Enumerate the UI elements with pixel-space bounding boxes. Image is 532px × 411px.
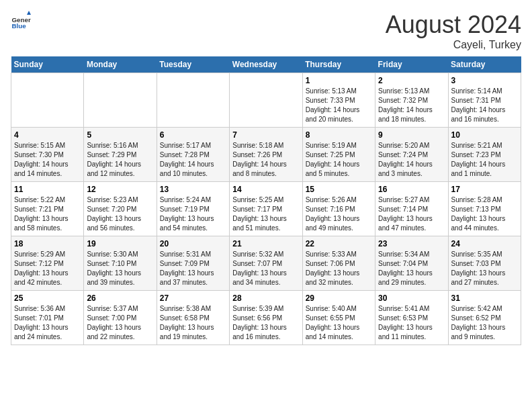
day-info: Sunrise: 5:39 AM Sunset: 6:56 PM Dayligh… [232, 304, 299, 342]
day-info: Sunrise: 5:42 AM Sunset: 6:52 PM Dayligh… [451, 304, 518, 342]
day-info: Sunrise: 5:16 AM Sunset: 7:29 PM Dayligh… [87, 141, 153, 179]
day-info: Sunrise: 5:34 AM Sunset: 7:04 PM Dayligh… [378, 250, 445, 287]
day-number: 10 [451, 130, 518, 140]
calendar-day-cell: 11Sunrise: 5:22 AM Sunset: 7:21 PM Dayli… [11, 182, 84, 236]
calendar-day-cell: 30Sunrise: 5:41 AM Sunset: 6:53 PM Dayli… [375, 291, 448, 345]
day-info: Sunrise: 5:40 AM Sunset: 6:55 PM Dayligh… [306, 304, 372, 342]
day-info: Sunrise: 5:32 AM Sunset: 7:07 PM Dayligh… [232, 250, 299, 287]
day-number: 20 [160, 239, 226, 248]
day-number: 22 [306, 239, 372, 248]
svg-text:Blue: Blue [12, 22, 27, 30]
day-info: Sunrise: 5:33 AM Sunset: 7:06 PM Dayligh… [306, 250, 372, 287]
day-info: Sunrise: 5:30 AM Sunset: 7:10 PM Dayligh… [87, 250, 153, 287]
calendar-day-cell: 7Sunrise: 5:18 AM Sunset: 7:26 PM Daylig… [230, 128, 302, 182]
day-number: 17 [451, 185, 518, 194]
day-info: Sunrise: 5:13 AM Sunset: 7:33 PM Dayligh… [306, 87, 372, 124]
day-info: Sunrise: 5:31 AM Sunset: 7:09 PM Dayligh… [160, 250, 226, 287]
weekday-header-tuesday: Tuesday [157, 56, 229, 73]
day-info: Sunrise: 5:15 AM Sunset: 7:30 PM Dayligh… [14, 141, 81, 179]
day-number: 13 [160, 185, 226, 194]
weekday-header-sunday: Sunday [11, 56, 84, 73]
day-number: 12 [87, 185, 153, 194]
day-info: Sunrise: 5:21 AM Sunset: 7:23 PM Dayligh… [451, 141, 518, 179]
calendar-day-cell: 29Sunrise: 5:40 AM Sunset: 6:55 PM Dayli… [302, 291, 375, 345]
weekday-header-monday: Monday [84, 56, 157, 73]
day-number: 25 [14, 293, 81, 303]
page-header: General Blue August 2024 Cayeli, Turkey [11, 11, 521, 51]
calendar-day-cell: 8Sunrise: 5:19 AM Sunset: 7:25 PM Daylig… [302, 128, 375, 182]
calendar-day-cell: 6Sunrise: 5:17 AM Sunset: 7:28 PM Daylig… [157, 128, 229, 182]
day-info: Sunrise: 5:25 AM Sunset: 7:17 PM Dayligh… [232, 195, 299, 233]
month-year-title: August 2024 [386, 11, 521, 39]
calendar-day-cell: 26Sunrise: 5:37 AM Sunset: 7:00 PM Dayli… [84, 291, 157, 345]
calendar-week-5: 25Sunrise: 5:36 AM Sunset: 7:01 PM Dayli… [11, 291, 521, 345]
calendar-body: 1Sunrise: 5:13 AM Sunset: 7:33 PM Daylig… [11, 73, 521, 345]
day-info: Sunrise: 5:27 AM Sunset: 7:14 PM Dayligh… [378, 195, 445, 233]
day-number: 6 [160, 130, 226, 140]
calendar-day-cell: 9Sunrise: 5:20 AM Sunset: 7:24 PM Daylig… [375, 128, 448, 182]
day-info: Sunrise: 5:38 AM Sunset: 6:58 PM Dayligh… [160, 304, 226, 342]
day-number: 15 [306, 185, 372, 194]
calendar-day-cell: 16Sunrise: 5:27 AM Sunset: 7:14 PM Dayli… [375, 182, 448, 236]
day-number: 2 [378, 76, 445, 85]
calendar-day-cell: 17Sunrise: 5:28 AM Sunset: 7:13 PM Dayli… [448, 182, 521, 236]
calendar-day-cell: 13Sunrise: 5:24 AM Sunset: 7:19 PM Dayli… [157, 182, 229, 236]
calendar-day-cell: 1Sunrise: 5:13 AM Sunset: 7:33 PM Daylig… [302, 73, 375, 128]
day-number: 5 [87, 130, 153, 140]
calendar-day-cell [230, 73, 302, 128]
day-number: 1 [306, 76, 372, 85]
calendar-header: SundayMondayTuesdayWednesdayThursdayFrid… [11, 56, 521, 73]
calendar-week-3: 11Sunrise: 5:22 AM Sunset: 7:21 PM Dayli… [11, 182, 521, 236]
day-number: 31 [451, 293, 518, 303]
calendar-day-cell: 25Sunrise: 5:36 AM Sunset: 7:01 PM Dayli… [11, 291, 84, 345]
day-info: Sunrise: 5:28 AM Sunset: 7:13 PM Dayligh… [451, 195, 518, 233]
logo-icon: General Blue [11, 11, 31, 31]
calendar-table: SundayMondayTuesdayWednesdayThursdayFrid… [11, 56, 521, 345]
calendar-day-cell: 4Sunrise: 5:15 AM Sunset: 7:30 PM Daylig… [11, 128, 84, 182]
day-number: 19 [87, 239, 153, 248]
location-subtitle: Cayeli, Turkey [386, 39, 521, 51]
day-number: 21 [232, 239, 299, 248]
day-number: 11 [14, 185, 81, 194]
calendar-week-1: 1Sunrise: 5:13 AM Sunset: 7:33 PM Daylig… [11, 73, 521, 128]
weekday-header-thursday: Thursday [302, 56, 375, 73]
day-info: Sunrise: 5:18 AM Sunset: 7:26 PM Dayligh… [232, 141, 299, 179]
calendar-day-cell: 31Sunrise: 5:42 AM Sunset: 6:52 PM Dayli… [448, 291, 521, 345]
weekday-header-row: SundayMondayTuesdayWednesdayThursdayFrid… [11, 56, 521, 73]
calendar-day-cell: 27Sunrise: 5:38 AM Sunset: 6:58 PM Dayli… [157, 291, 229, 345]
weekday-header-wednesday: Wednesday [230, 56, 302, 73]
calendar-day-cell: 15Sunrise: 5:26 AM Sunset: 7:16 PM Dayli… [302, 182, 375, 236]
calendar-day-cell: 20Sunrise: 5:31 AM Sunset: 7:09 PM Dayli… [157, 236, 229, 291]
day-number: 14 [232, 185, 299, 194]
day-info: Sunrise: 5:37 AM Sunset: 7:00 PM Dayligh… [87, 304, 153, 342]
calendar-day-cell: 2Sunrise: 5:13 AM Sunset: 7:32 PM Daylig… [375, 73, 448, 128]
day-info: Sunrise: 5:35 AM Sunset: 7:03 PM Dayligh… [451, 250, 518, 287]
day-number: 27 [160, 293, 226, 303]
calendar-day-cell: 23Sunrise: 5:34 AM Sunset: 7:04 PM Dayli… [375, 236, 448, 291]
day-number: 7 [232, 130, 299, 140]
calendar-day-cell: 5Sunrise: 5:16 AM Sunset: 7:29 PM Daylig… [84, 128, 157, 182]
weekday-header-friday: Friday [375, 56, 448, 73]
calendar-day-cell [11, 73, 84, 128]
day-number: 16 [378, 185, 445, 194]
calendar-day-cell: 19Sunrise: 5:30 AM Sunset: 7:10 PM Dayli… [84, 236, 157, 291]
calendar-day-cell: 28Sunrise: 5:39 AM Sunset: 6:56 PM Dayli… [230, 291, 302, 345]
day-info: Sunrise: 5:14 AM Sunset: 7:31 PM Dayligh… [451, 87, 518, 124]
calendar-day-cell [84, 73, 157, 128]
day-info: Sunrise: 5:24 AM Sunset: 7:19 PM Dayligh… [160, 195, 226, 233]
day-info: Sunrise: 5:23 AM Sunset: 7:20 PM Dayligh… [87, 195, 153, 233]
day-info: Sunrise: 5:20 AM Sunset: 7:24 PM Dayligh… [378, 141, 445, 179]
calendar-day-cell: 3Sunrise: 5:14 AM Sunset: 7:31 PM Daylig… [448, 73, 521, 128]
day-number: 3 [451, 76, 518, 85]
day-number: 4 [14, 130, 81, 140]
calendar-day-cell: 18Sunrise: 5:29 AM Sunset: 7:12 PM Dayli… [11, 236, 84, 291]
day-number: 9 [378, 130, 445, 140]
calendar-day-cell: 14Sunrise: 5:25 AM Sunset: 7:17 PM Dayli… [230, 182, 302, 236]
day-info: Sunrise: 5:29 AM Sunset: 7:12 PM Dayligh… [14, 250, 81, 287]
day-number: 8 [306, 130, 372, 140]
calendar-week-2: 4Sunrise: 5:15 AM Sunset: 7:30 PM Daylig… [11, 128, 521, 182]
calendar-day-cell: 22Sunrise: 5:33 AM Sunset: 7:06 PM Dayli… [302, 236, 375, 291]
day-number: 23 [378, 239, 445, 248]
calendar-day-cell: 21Sunrise: 5:32 AM Sunset: 7:07 PM Dayli… [230, 236, 302, 291]
svg-marker-2 [27, 11, 31, 15]
